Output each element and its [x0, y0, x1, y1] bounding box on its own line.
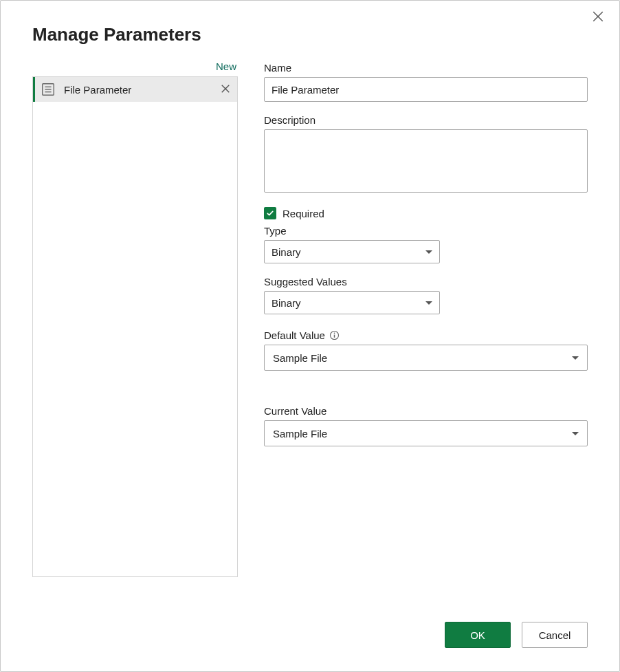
- current-value-field-block: Current Value Sample File: [264, 405, 588, 446]
- current-value-dropdown[interactable]: Sample File: [264, 420, 588, 446]
- suggested-values-label: Suggested Values: [264, 276, 588, 288]
- checkbox-checked-icon: [264, 207, 276, 219]
- required-label: Required: [283, 208, 324, 219]
- close-icon: [592, 14, 604, 25]
- name-label: Name: [264, 62, 588, 74]
- parameters-list: File Parameter: [32, 76, 238, 577]
- suggested-values-dropdown-value: Binary: [272, 297, 301, 309]
- chevron-down-icon: [572, 356, 579, 360]
- parameters-left-panel: New File Parameter: [32, 61, 238, 577]
- suggested-values-dropdown[interactable]: Binary: [264, 291, 440, 314]
- type-dropdown[interactable]: Binary: [264, 240, 440, 263]
- default-value-field-block: Default Value Sample File: [264, 329, 588, 371]
- name-field-block: Name: [264, 62, 588, 102]
- dialog-footer: OK Cancel: [445, 622, 588, 648]
- parameter-item-label: File Parameter: [64, 84, 221, 96]
- default-value-dropdown[interactable]: Sample File: [264, 345, 588, 371]
- type-dropdown-value: Binary: [272, 246, 301, 258]
- chevron-down-icon: [425, 250, 432, 254]
- parameter-list-item[interactable]: File Parameter: [33, 77, 237, 102]
- description-input[interactable]: [264, 129, 588, 193]
- name-input[interactable]: [264, 77, 588, 102]
- type-label: Type: [264, 225, 588, 237]
- manage-parameters-dialog: Manage Parameters New File Parameter: [0, 0, 620, 672]
- ok-button[interactable]: OK: [445, 622, 511, 648]
- dialog-content: New File Parameter: [32, 61, 588, 577]
- suggested-values-field-block: Suggested Values Binary: [264, 276, 588, 314]
- type-field-block: Type Binary: [264, 225, 588, 263]
- default-value-dropdown-value: Sample File: [273, 352, 327, 364]
- chevron-down-icon: [425, 301, 432, 305]
- required-checkbox[interactable]: Required: [264, 207, 588, 219]
- parameter-icon: [41, 82, 56, 97]
- description-label: Description: [264, 114, 588, 126]
- dialog-close-button[interactable]: [592, 10, 607, 25]
- parameter-item-delete-button[interactable]: [221, 84, 232, 95]
- info-icon[interactable]: [329, 330, 340, 340]
- default-value-label: Default Value: [264, 329, 325, 341]
- cancel-button[interactable]: Cancel: [522, 622, 588, 648]
- dialog-title: Manage Parameters: [32, 24, 588, 45]
- new-parameter-link[interactable]: New: [32, 61, 238, 72]
- current-value-dropdown-value: Sample File: [273, 428, 327, 440]
- description-field-block: Description: [264, 114, 588, 195]
- close-icon: [221, 85, 230, 96]
- svg-point-10: [334, 332, 335, 334]
- parameter-form: Name Description Required Type Binary: [264, 61, 588, 577]
- chevron-down-icon: [572, 432, 579, 435]
- current-value-label: Current Value: [264, 405, 588, 417]
